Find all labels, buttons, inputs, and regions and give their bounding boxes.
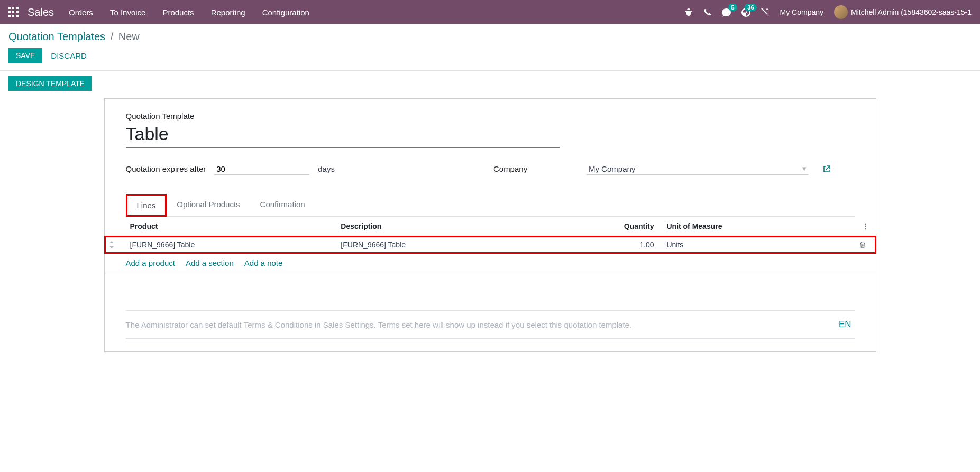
design-template-button[interactable]: DESIGN TEMPLATE	[8, 76, 92, 91]
tabs: Lines Optional Products Confirmation	[126, 194, 855, 217]
app-brand[interactable]: Sales	[28, 6, 54, 18]
breadcrumb-current: New	[118, 31, 140, 42]
breadcrumb-bar: Quotation Templates / New	[0, 24, 980, 43]
discard-button[interactable]: DISCARD	[51, 51, 87, 60]
terms-placeholder: The Administrator can set default Terms …	[126, 320, 632, 329]
nav-menu: Orders To Invoice Products Reporting Con…	[69, 8, 684, 17]
tab-confirmation[interactable]: Confirmation	[250, 194, 315, 216]
cell-product[interactable]: [FURN_9666] Table	[126, 236, 337, 254]
form-row: Quotation expires after days Company My …	[126, 163, 855, 175]
title-label: Quotation Template	[126, 112, 855, 121]
add-note-link[interactable]: Add a note	[244, 258, 283, 267]
title-input[interactable]	[126, 123, 560, 148]
th-description: Description	[336, 217, 547, 236]
add-product-link[interactable]: Add a product	[126, 258, 175, 267]
nav-products[interactable]: Products	[162, 8, 194, 17]
activity-icon[interactable]: 36	[741, 8, 750, 17]
top-nav: Sales Orders To Invoice Products Reporti…	[0, 0, 980, 24]
nav-orders[interactable]: Orders	[69, 8, 93, 17]
nav-reporting[interactable]: Reporting	[211, 8, 245, 17]
apps-icon[interactable]	[8, 7, 19, 17]
nav-to-invoice[interactable]: To Invoice	[110, 8, 146, 17]
lines-table-wrap: Product Description Quantity Unit of Mea…	[105, 217, 876, 273]
dropdown-caret-icon: ▾	[802, 164, 807, 173]
external-link-icon[interactable]	[822, 165, 831, 173]
tab-optional-products[interactable]: Optional Products	[167, 194, 250, 216]
add-section-link[interactable]: Add a section	[186, 258, 234, 267]
phone-icon[interactable]	[703, 8, 711, 16]
nav-right: 5 36 My Company Mitchell Admin (15843602…	[684, 5, 972, 19]
add-links: Add a product Add a section Add a note	[105, 253, 876, 273]
status-bar: DESIGN TEMPLATE	[0, 71, 980, 96]
messages-icon[interactable]: 5	[722, 8, 731, 17]
expires-label: Quotation expires after	[126, 164, 206, 173]
expires-suffix: days	[318, 164, 335, 173]
th-quantity: Quantity	[547, 217, 658, 236]
messages-badge: 5	[728, 4, 737, 11]
company-select[interactable]: My Company ▾	[587, 163, 809, 175]
company-switcher[interactable]: My Company	[780, 8, 823, 16]
th-uom: Unit of Measure	[658, 217, 854, 236]
avatar	[834, 5, 848, 19]
company-label: Company	[493, 164, 578, 173]
expires-input[interactable]	[214, 163, 309, 175]
language-button[interactable]: EN	[839, 319, 855, 330]
cell-quantity[interactable]: 1.00	[547, 236, 658, 254]
table-row[interactable]: [FURN_9666] Table [FURN_9666] Table 1.00…	[105, 236, 876, 254]
drag-handle-icon[interactable]	[105, 236, 126, 254]
column-options-icon[interactable]: ⋮	[855, 217, 876, 236]
lines-table: Product Description Quantity Unit of Mea…	[105, 217, 876, 253]
breadcrumb: Quotation Templates / New	[8, 31, 972, 43]
delete-row-icon[interactable]	[855, 236, 876, 254]
expires-group: Quotation expires after days	[126, 163, 335, 175]
save-button[interactable]: SAVE	[8, 48, 42, 63]
cell-uom[interactable]: Units	[658, 236, 854, 254]
tab-lines[interactable]: Lines	[126, 194, 167, 217]
nav-configuration[interactable]: Configuration	[262, 8, 309, 17]
th-product: Product	[126, 217, 337, 236]
tools-icon[interactable]	[761, 8, 770, 16]
activity-badge: 36	[745, 4, 756, 11]
terms-area[interactable]: The Administrator can set default Terms …	[126, 310, 855, 339]
company-group: Company My Company ▾	[493, 163, 855, 175]
breadcrumb-sep: /	[111, 31, 114, 42]
user-name: Mitchell Admin (15843602-saas-15-1	[851, 8, 972, 16]
action-buttons: SAVE DISCARD	[0, 43, 980, 70]
bug-icon[interactable]	[684, 8, 693, 16]
cell-description[interactable]: [FURN_9666] Table	[336, 236, 547, 254]
user-menu[interactable]: Mitchell Admin (15843602-saas-15-1	[834, 5, 972, 19]
breadcrumb-parent[interactable]: Quotation Templates	[8, 31, 105, 42]
company-value: My Company	[589, 164, 635, 173]
form-sheet: Quotation Template Quotation expires aft…	[104, 98, 876, 352]
